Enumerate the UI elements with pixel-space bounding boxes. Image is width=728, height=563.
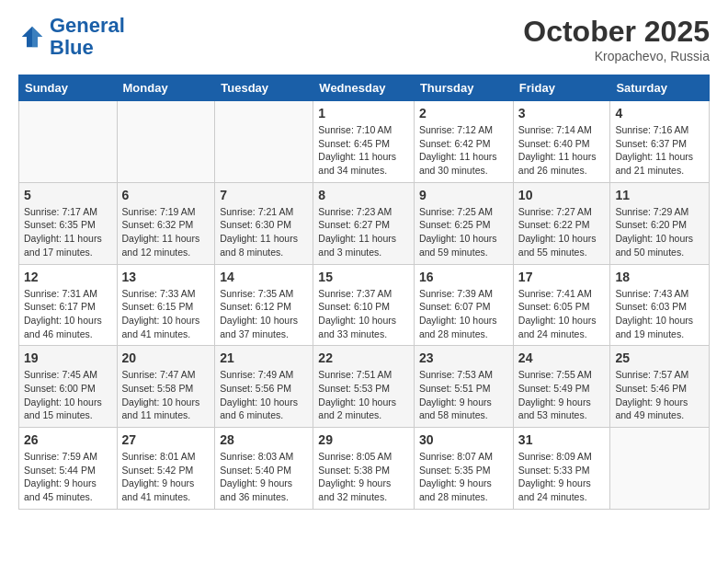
day-info: Sunrise: 7:17 AM Sunset: 6:35 PM Dayligh…	[24, 205, 112, 259]
month-title: October 2025	[523, 15, 710, 49]
day-number: 31	[518, 432, 606, 447]
day-info: Sunrise: 7:19 AM Sunset: 6:32 PM Dayligh…	[122, 205, 210, 259]
day-header-tuesday: Tuesday	[215, 75, 313, 101]
day-number: 24	[518, 350, 606, 365]
day-cell	[19, 101, 118, 183]
day-cell: 20Sunrise: 7:47 AM Sunset: 5:58 PM Dayli…	[117, 346, 215, 428]
week-row-3: 12Sunrise: 7:31 AM Sunset: 6:17 PM Dayli…	[19, 264, 710, 346]
day-number: 4	[615, 106, 704, 121]
day-number: 13	[122, 270, 210, 284]
day-info: Sunrise: 7:35 AM Sunset: 6:12 PM Dayligh…	[220, 287, 308, 341]
day-info: Sunrise: 8:05 AM Sunset: 5:38 PM Dayligh…	[318, 450, 409, 504]
day-number: 16	[419, 270, 508, 284]
day-cell: 15Sunrise: 7:37 AM Sunset: 6:10 PM Dayli…	[313, 264, 415, 346]
logo-blue: Blue	[50, 36, 94, 59]
day-number: 17	[518, 270, 606, 284]
day-info: Sunrise: 7:43 AM Sunset: 6:03 PM Dayligh…	[615, 287, 704, 341]
day-cell: 1Sunrise: 7:10 AM Sunset: 6:45 PM Daylig…	[313, 101, 415, 183]
day-cell: 12Sunrise: 7:31 AM Sunset: 6:17 PM Dayli…	[19, 264, 118, 346]
day-cell: 22Sunrise: 7:51 AM Sunset: 5:53 PM Dayli…	[313, 346, 415, 428]
day-number: 10	[518, 188, 606, 202]
day-cell: 11Sunrise: 7:29 AM Sunset: 6:20 PM Dayli…	[610, 182, 710, 264]
day-cell: 2Sunrise: 7:12 AM Sunset: 6:42 PM Daylig…	[414, 101, 513, 183]
day-cell: 29Sunrise: 8:05 AM Sunset: 5:38 PM Dayli…	[313, 428, 415, 510]
day-cell	[117, 101, 215, 183]
day-number: 20	[122, 350, 210, 365]
calendar-table: SundayMondayTuesdayWednesdayThursdayFrid…	[18, 75, 710, 510]
day-info: Sunrise: 7:21 AM Sunset: 6:30 PM Dayligh…	[220, 205, 308, 259]
logo: General Blue	[18, 15, 125, 59]
day-header-friday: Friday	[513, 75, 610, 101]
day-header-monday: Monday	[117, 75, 215, 101]
header: General Blue October 2025 Kropachevo, Ru…	[18, 15, 710, 63]
day-info: Sunrise: 7:29 AM Sunset: 6:20 PM Dayligh…	[615, 205, 704, 259]
day-number: 19	[24, 350, 112, 365]
day-cell: 14Sunrise: 7:35 AM Sunset: 6:12 PM Dayli…	[215, 264, 313, 346]
day-header-sunday: Sunday	[19, 75, 118, 101]
day-cell: 16Sunrise: 7:39 AM Sunset: 6:07 PM Dayli…	[414, 264, 513, 346]
day-number: 9	[419, 188, 508, 202]
calendar-container: General Blue October 2025 Kropachevo, Ru…	[0, 0, 728, 524]
week-row-1: 1Sunrise: 7:10 AM Sunset: 6:45 PM Daylig…	[19, 101, 710, 183]
day-cell: 5Sunrise: 7:17 AM Sunset: 6:35 PM Daylig…	[19, 182, 118, 264]
day-number: 11	[615, 188, 704, 202]
day-cell: 24Sunrise: 7:55 AM Sunset: 5:49 PM Dayli…	[513, 346, 610, 428]
day-number: 1	[318, 106, 409, 121]
day-info: Sunrise: 7:14 AM Sunset: 6:40 PM Dayligh…	[518, 123, 606, 178]
day-cell: 25Sunrise: 7:57 AM Sunset: 5:46 PM Dayli…	[610, 346, 710, 428]
day-cell: 28Sunrise: 8:03 AM Sunset: 5:40 PM Dayli…	[215, 428, 313, 510]
day-number: 26	[24, 432, 112, 447]
day-info: Sunrise: 7:39 AM Sunset: 6:07 PM Dayligh…	[419, 287, 508, 341]
day-cell: 10Sunrise: 7:27 AM Sunset: 6:22 PM Dayli…	[513, 182, 610, 264]
logo-icon	[18, 23, 46, 51]
day-cell: 27Sunrise: 8:01 AM Sunset: 5:42 PM Dayli…	[117, 428, 215, 510]
day-cell: 4Sunrise: 7:16 AM Sunset: 6:37 PM Daylig…	[610, 101, 710, 183]
day-info: Sunrise: 8:09 AM Sunset: 5:33 PM Dayligh…	[518, 450, 606, 504]
day-number: 28	[220, 432, 308, 447]
day-info: Sunrise: 7:25 AM Sunset: 6:25 PM Dayligh…	[419, 205, 508, 259]
day-cell	[610, 428, 710, 510]
week-row-2: 5Sunrise: 7:17 AM Sunset: 6:35 PM Daylig…	[19, 182, 710, 264]
day-cell: 19Sunrise: 7:45 AM Sunset: 6:00 PM Dayli…	[19, 346, 118, 428]
day-cell: 6Sunrise: 7:19 AM Sunset: 6:32 PM Daylig…	[117, 182, 215, 264]
day-info: Sunrise: 7:45 AM Sunset: 6:00 PM Dayligh…	[24, 368, 112, 422]
day-info: Sunrise: 7:12 AM Sunset: 6:42 PM Dayligh…	[419, 123, 508, 178]
day-number: 12	[24, 270, 112, 284]
day-cell: 26Sunrise: 7:59 AM Sunset: 5:44 PM Dayli…	[19, 428, 118, 510]
day-info: Sunrise: 7:47 AM Sunset: 5:58 PM Dayligh…	[122, 368, 210, 422]
day-number: 25	[615, 350, 704, 365]
day-info: Sunrise: 7:23 AM Sunset: 6:27 PM Dayligh…	[318, 205, 409, 259]
day-number: 18	[615, 270, 704, 284]
day-cell: 17Sunrise: 7:41 AM Sunset: 6:05 PM Dayli…	[513, 264, 610, 346]
day-info: Sunrise: 8:07 AM Sunset: 5:35 PM Dayligh…	[419, 450, 508, 504]
day-number: 30	[419, 432, 508, 447]
svg-marker-1	[32, 27, 42, 48]
week-row-4: 19Sunrise: 7:45 AM Sunset: 6:00 PM Dayli…	[19, 346, 710, 428]
day-info: Sunrise: 7:51 AM Sunset: 5:53 PM Dayligh…	[318, 368, 409, 422]
day-cell: 31Sunrise: 8:09 AM Sunset: 5:33 PM Dayli…	[513, 428, 610, 510]
day-cell: 18Sunrise: 7:43 AM Sunset: 6:03 PM Dayli…	[610, 264, 710, 346]
logo-general: General	[50, 14, 125, 37]
day-info: Sunrise: 7:53 AM Sunset: 5:51 PM Dayligh…	[419, 368, 508, 422]
day-number: 21	[220, 350, 308, 365]
day-info: Sunrise: 7:16 AM Sunset: 6:37 PM Dayligh…	[615, 123, 704, 178]
day-info: Sunrise: 7:37 AM Sunset: 6:10 PM Dayligh…	[318, 287, 409, 341]
day-header-row: SundayMondayTuesdayWednesdayThursdayFrid…	[19, 75, 710, 101]
day-number: 23	[419, 350, 508, 365]
day-number: 22	[318, 350, 409, 365]
day-header-thursday: Thursday	[414, 75, 513, 101]
day-info: Sunrise: 7:59 AM Sunset: 5:44 PM Dayligh…	[24, 450, 112, 504]
day-cell: 8Sunrise: 7:23 AM Sunset: 6:27 PM Daylig…	[313, 182, 415, 264]
day-info: Sunrise: 7:33 AM Sunset: 6:15 PM Dayligh…	[122, 287, 210, 341]
day-header-wednesday: Wednesday	[313, 75, 415, 101]
day-cell: 13Sunrise: 7:33 AM Sunset: 6:15 PM Dayli…	[117, 264, 215, 346]
day-info: Sunrise: 7:49 AM Sunset: 5:56 PM Dayligh…	[220, 368, 308, 422]
day-number: 14	[220, 270, 308, 284]
week-row-5: 26Sunrise: 7:59 AM Sunset: 5:44 PM Dayli…	[19, 428, 710, 510]
day-cell: 21Sunrise: 7:49 AM Sunset: 5:56 PM Dayli…	[215, 346, 313, 428]
day-number: 5	[24, 188, 112, 202]
day-number: 6	[122, 188, 210, 202]
day-cell: 9Sunrise: 7:25 AM Sunset: 6:25 PM Daylig…	[414, 182, 513, 264]
day-info: Sunrise: 7:57 AM Sunset: 5:46 PM Dayligh…	[615, 368, 704, 422]
day-number: 2	[419, 106, 508, 121]
